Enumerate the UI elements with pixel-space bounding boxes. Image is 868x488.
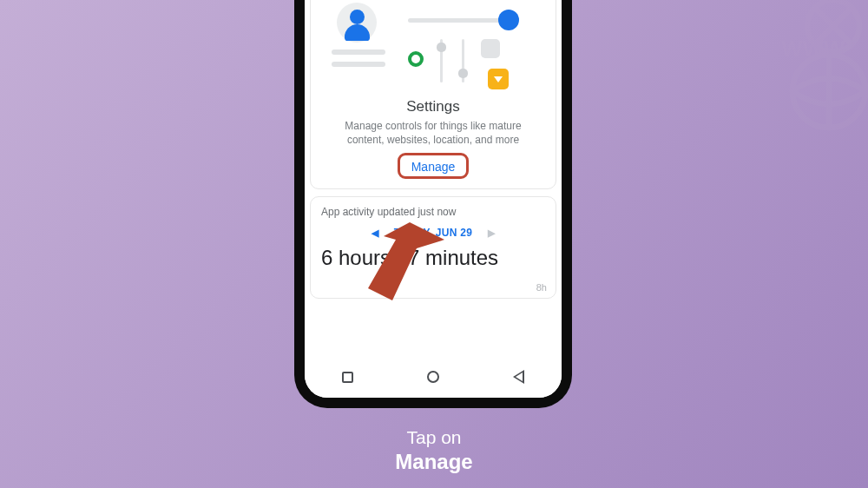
android-nav-bar bbox=[305, 356, 562, 398]
instruction-line1: Tap on bbox=[0, 427, 868, 448]
total-screen-time: 6 hours 37 minutes bbox=[321, 246, 545, 270]
date-navigator: ◀ TODAY, JUN 29 ▶ bbox=[321, 227, 545, 239]
activity-card: App activity updated just now ◀ TODAY, J… bbox=[310, 196, 556, 299]
back-button[interactable] bbox=[513, 370, 524, 384]
instruction-line2: Manage bbox=[0, 450, 868, 474]
settings-illustration bbox=[321, 1, 545, 96]
overview-button[interactable] bbox=[342, 372, 353, 383]
date-label[interactable]: TODAY, JUN 29 bbox=[394, 227, 473, 239]
svg-text:WWW: WWW bbox=[781, 36, 845, 62]
phone-screen: Settings Manage controls for things like… bbox=[305, 0, 562, 356]
home-button[interactable] bbox=[427, 371, 439, 383]
date-prev-button[interactable]: ◀ bbox=[359, 228, 391, 239]
settings-description: Manage controls for things like mature c… bbox=[321, 119, 545, 147]
chart-axis-max: 8h bbox=[536, 282, 547, 293]
decorative-watermark: WWW bbox=[729, 0, 868, 139]
settings-card: Settings Manage controls for things like… bbox=[310, 0, 556, 189]
manage-button[interactable]: Manage bbox=[399, 155, 468, 178]
date-next-button: ▶ bbox=[476, 228, 507, 239]
instruction-caption: Tap on Manage bbox=[0, 427, 868, 474]
phone-frame: Settings Manage controls for things like… bbox=[294, 0, 572, 408]
activity-status-text: App activity updated just now bbox=[321, 206, 545, 218]
settings-title: Settings bbox=[321, 98, 545, 115]
